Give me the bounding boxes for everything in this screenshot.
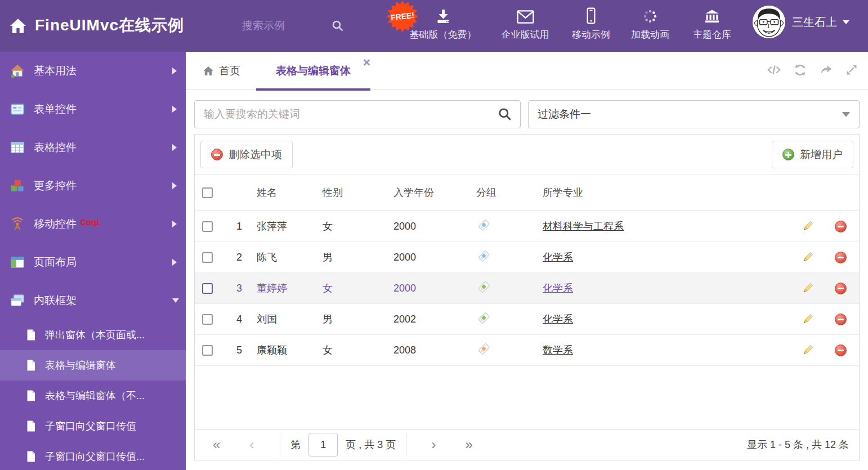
major-link[interactable]: 化学系 <box>543 283 573 294</box>
add-user-button[interactable]: 新增用户 <box>772 141 853 168</box>
sidebar-subitem-child-to-parent[interactable]: 子窗口向父窗口传值 <box>0 411 186 441</box>
tab-bar: 首页 表格与编辑窗体 <box>186 52 868 90</box>
sidebar-item-mobile-controls[interactable]: 移动控件 Corp. <box>0 205 186 243</box>
prev-page-button[interactable]: ‹ <box>249 438 254 451</box>
row-name: 陈飞 <box>242 250 323 264</box>
active-tab-underline <box>256 88 370 91</box>
grid-toolbar: 删除选中项 新增用户 <box>195 135 859 174</box>
first-page-button[interactable]: « <box>213 438 220 451</box>
document-icon <box>25 329 37 341</box>
nav-loading-animation[interactable]: 加载动画 <box>631 7 669 41</box>
major-link[interactable]: 化学系 <box>543 252 573 263</box>
download-icon <box>435 7 451 24</box>
sidebar-subitem-grid-edit-window[interactable]: 表格与编辑窗体 <box>0 350 186 381</box>
delete-row-icon[interactable] <box>835 221 847 232</box>
row-checkbox[interactable] <box>202 345 213 356</box>
delete-row-icon[interactable] <box>835 252 847 263</box>
document-icon <box>25 420 37 432</box>
row-name: 刘国 <box>242 312 323 326</box>
row-checkbox[interactable] <box>202 314 213 325</box>
sidebar-subitem-child-to-parent-2[interactable]: 子窗口向父窗口传值... <box>0 441 186 470</box>
house-icon <box>10 64 25 78</box>
document-icon <box>25 390 37 402</box>
delete-row-icon[interactable] <box>835 314 847 325</box>
share-icon[interactable] <box>820 64 833 78</box>
major-link[interactable]: 材料科学与工程系 <box>543 221 624 232</box>
sidebar-subitem-popup-window[interactable]: 弹出窗体（本页面或... <box>0 320 186 350</box>
delete-row-icon[interactable] <box>835 283 847 294</box>
minus-circle-icon <box>211 149 223 160</box>
sidebar-subitem-label: 弹出窗体（本页面或... <box>45 328 145 342</box>
edit-icon[interactable] <box>802 344 814 356</box>
row-checkbox[interactable] <box>202 221 213 232</box>
row-index: 5 <box>220 344 242 356</box>
table-row[interactable]: 4 刘国 男 2002 化学系 <box>195 304 859 335</box>
row-name: 张萍萍 <box>242 220 323 233</box>
page-number-input[interactable]: 1 <box>308 433 338 456</box>
tab-grid-edit-window[interactable]: 表格与编辑窗体 <box>256 52 370 90</box>
pagination-bar: « ‹ 第 1 页 , 共 3 页 › » 显示 1 - 5 条 , 共 12 … <box>195 429 859 460</box>
table-row[interactable]: 2 陈飞 男 2000 化学系 <box>195 242 859 273</box>
nav-label: 企业版试用 <box>502 28 549 41</box>
filter-dropdown[interactable]: 过滤条件一 <box>528 100 860 128</box>
chevron-down-icon <box>843 20 849 28</box>
fullscreen-icon[interactable] <box>845 64 858 78</box>
tag-icon <box>477 280 490 293</box>
table-row-selected[interactable]: 3 董婷婷 女 2000 化学系 <box>195 273 859 304</box>
sidebar-subitem-grid-edit-window-2[interactable]: 表格与编辑窗体（不... <box>0 381 186 411</box>
sidebar-item-label: 移动控件 <box>34 217 77 231</box>
edit-icon[interactable] <box>802 313 814 325</box>
major-link[interactable]: 数学系 <box>543 344 573 356</box>
row-checkbox[interactable] <box>202 283 213 294</box>
sidebar-item-more-controls[interactable]: 更多控件 <box>0 167 186 205</box>
table-row[interactable]: 5 康颖颖 女 2008 数学系 <box>195 335 859 366</box>
tab-home[interactable]: 首页 <box>203 52 240 90</box>
tag-icon <box>477 342 490 355</box>
search-icon[interactable] <box>331 19 344 33</box>
chevron-right-icon <box>172 68 177 74</box>
app-title: FineUIMvc在线示例 <box>35 15 184 36</box>
delete-selected-button[interactable]: 删除选中项 <box>200 141 293 168</box>
home-icon[interactable] <box>9 17 27 37</box>
sidebar-item-form-controls[interactable]: 表单控件 <box>0 90 186 128</box>
home-icon <box>203 65 214 77</box>
edit-icon[interactable] <box>802 282 814 294</box>
nav-label: 基础版（免费） <box>410 28 477 41</box>
edit-icon[interactable] <box>802 251 814 263</box>
sidebar: 基本用法 表单控件 表格控件 更多控件 移动控件 Corp. 页面布局 内联框架… <box>0 52 186 470</box>
last-page-button[interactable]: » <box>465 438 472 451</box>
user-name: 三生石上 <box>792 15 837 30</box>
sidebar-item-grid-controls[interactable]: 表格控件 <box>0 128 186 167</box>
refresh-icon[interactable] <box>794 64 807 79</box>
nav-enterprise-trial[interactable]: 企业版试用 <box>502 7 549 41</box>
chevron-right-icon <box>172 221 177 227</box>
row-checkbox[interactable] <box>202 252 213 263</box>
row-index: 1 <box>220 221 242 232</box>
sidebar-item-basic-usage[interactable]: 基本用法 <box>0 52 186 90</box>
delete-row-icon[interactable] <box>835 344 847 356</box>
close-icon[interactable] <box>363 59 370 66</box>
divider <box>280 433 280 456</box>
nav-theme-store[interactable]: 主题仓库 <box>693 7 731 41</box>
select-all-checkbox[interactable] <box>202 187 213 198</box>
user-menu[interactable]: 三生石上 <box>753 6 849 38</box>
delete-button-label: 删除选中项 <box>229 147 282 162</box>
code-icon[interactable] <box>767 64 781 78</box>
page-label-suffix: 页 , 共 3 页 <box>346 438 396 451</box>
top-header: FineUIMvc在线示例 FREE! 基础版（免费） 企业版试用 移动示例 加… <box>0 0 868 52</box>
sidebar-item-label: 更多控件 <box>34 178 77 193</box>
major-link[interactable]: 化学系 <box>543 314 573 325</box>
search-icon[interactable] <box>498 107 512 122</box>
sidebar-item-page-layout[interactable]: 页面布局 <box>0 243 186 281</box>
row-gender: 男 <box>323 312 393 326</box>
header-search-input[interactable] <box>242 20 326 32</box>
nav-mobile-demo[interactable]: 移动示例 <box>572 7 610 41</box>
sidebar-subitem-label: 子窗口向父窗口传值... <box>45 450 145 463</box>
edit-icon[interactable] <box>802 220 814 232</box>
page-label-prefix: 第 <box>290 438 301 451</box>
nav-basic-edition[interactable]: 基础版（免费） <box>410 7 477 41</box>
table-row[interactable]: 1 张萍萍 女 2000 材料科学与工程系 <box>195 211 859 242</box>
keyword-search-input[interactable] <box>195 108 498 120</box>
next-page-button[interactable]: › <box>431 438 436 451</box>
sidebar-item-iframe[interactable]: 内联框架 <box>0 281 186 320</box>
